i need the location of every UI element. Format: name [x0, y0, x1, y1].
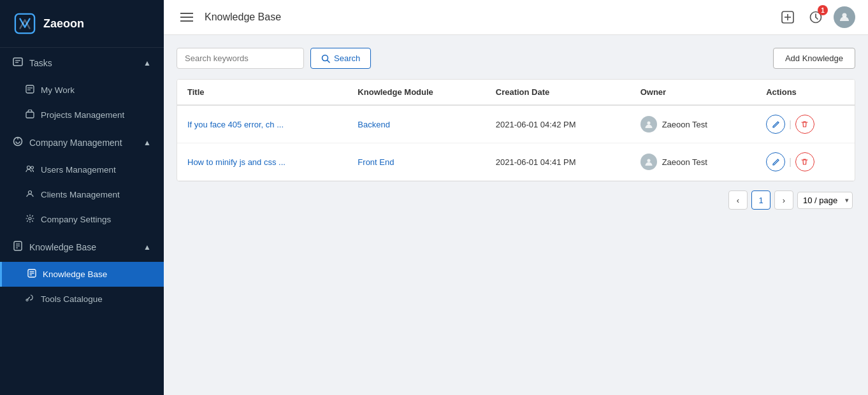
per-page-select[interactable]: 10 / page 20 / page 50 / page: [797, 192, 853, 209]
current-page-button[interactable]: 1: [751, 190, 770, 210]
row-module-1: Front End: [347, 143, 485, 181]
company-settings-label: Company Settings: [41, 215, 111, 224]
company-icon: [13, 136, 23, 148]
owner-avatar-0: [640, 116, 657, 133]
settings-icon: [25, 214, 34, 225]
kb-chevron: ▲: [143, 243, 151, 252]
table-row: How to minify js and css ... Front End 2…: [177, 143, 855, 181]
sidebar: Zaeoon Tasks ▲ My Work Projects Manageme…: [0, 0, 164, 395]
user-avatar[interactable]: [834, 6, 855, 28]
sidebar-item-clients-management[interactable]: Clients Management: [0, 182, 164, 207]
svg-point-22: [26, 299, 28, 301]
knowledge-table: Title Knowledge Module Creation Date Own…: [177, 79, 855, 182]
delete-button-0[interactable]: [795, 115, 814, 134]
knowledge-base-section: Knowledge Base ▲ Knowledge Base Tools Ca…: [0, 232, 164, 312]
tasks-section-header[interactable]: Tasks ▲: [0, 48, 164, 78]
notifications-button[interactable]: 1: [806, 7, 826, 27]
table-header-row: Title Knowledge Module Creation Date Own…: [177, 80, 855, 105]
col-owner: Owner: [630, 80, 756, 105]
row-module-0: Backend: [347, 105, 485, 143]
clients-icon: [25, 189, 34, 200]
edit-button-1[interactable]: [766, 152, 785, 171]
content-area: Search Add Knowledge Title Knowledge Mod…: [164, 35, 868, 395]
action-separator-0: |: [789, 119, 792, 129]
svg-line-34: [328, 60, 330, 62]
search-input[interactable]: [177, 48, 304, 69]
search-button[interactable]: Search: [310, 48, 371, 69]
svg-point-11: [31, 166, 34, 169]
svg-point-10: [27, 166, 31, 169]
row-actions-0: |: [756, 105, 855, 143]
row-title-0[interactable]: If you face 405 error, ch ...: [187, 120, 284, 129]
svg-rect-0: [15, 14, 34, 33]
my-work-label: My Work: [41, 85, 75, 95]
svg-line-31: [816, 17, 818, 19]
sidebar-item-knowledge-base[interactable]: Knowledge Base: [0, 262, 164, 287]
kb-icon: [27, 269, 36, 280]
next-page-button[interactable]: ›: [774, 190, 793, 210]
main-content: Knowledge Base 1 Search Add Knowl: [164, 0, 868, 395]
company-management-header[interactable]: Company Management ▲: [0, 127, 164, 157]
users-icon: [25, 164, 34, 175]
row-date-1: 2021-06-01 04:41 PM: [486, 143, 630, 181]
col-date: Creation Date: [486, 80, 630, 105]
projects-icon: [25, 110, 34, 120]
row-date-0: 2021-06-01 04:42 PM: [486, 105, 630, 143]
per-page-wrapper: 10 / page 20 / page 50 / page: [797, 192, 853, 209]
row-title-1[interactable]: How to minify js and css ...: [187, 157, 286, 167]
prev-page-button[interactable]: ‹: [728, 190, 748, 210]
svg-point-36: [647, 159, 650, 162]
tasks-section: Tasks ▲ My Work Projects Management: [0, 48, 164, 127]
tasks-section-label: Tasks: [29, 58, 52, 68]
row-owner-0: Zaeoon Test: [630, 105, 756, 143]
knowledge-base-label: Knowledge Base: [43, 269, 107, 279]
svg-rect-7: [26, 112, 34, 118]
add-knowledge-button[interactable]: Add Knowledge: [773, 48, 855, 69]
company-management-section: Company Management ▲ Users Management Cl…: [0, 127, 164, 232]
clients-management-label: Clients Management: [41, 190, 120, 199]
svg-rect-1: [13, 58, 22, 66]
sidebar-item-my-work[interactable]: My Work: [0, 78, 164, 103]
tasks-icon: [13, 57, 23, 69]
search-row: Search Add Knowledge: [177, 48, 855, 69]
svg-point-13: [29, 217, 31, 220]
projects-management-label: Projects Management: [41, 110, 124, 120]
sidebar-logo[interactable]: Zaeoon: [0, 0, 164, 48]
sidebar-item-company-settings[interactable]: Company Settings: [0, 207, 164, 232]
menu-toggle-button[interactable]: [177, 7, 197, 27]
row-actions-1: |: [756, 143, 855, 181]
knowledge-base-section-label: Knowledge Base: [29, 242, 96, 252]
tools-catalogue-label: Tools Catalogue: [41, 294, 103, 304]
svg-point-12: [29, 191, 32, 194]
delete-button-1[interactable]: [795, 152, 814, 171]
action-separator-1: |: [789, 157, 792, 167]
app-name: Zaeoon: [43, 17, 84, 31]
sidebar-item-projects-management[interactable]: Projects Management: [0, 103, 164, 127]
topbar: Knowledge Base 1: [164, 0, 868, 35]
knowledge-base-section-header[interactable]: Knowledge Base ▲: [0, 232, 164, 262]
edit-button-0[interactable]: [766, 115, 785, 134]
kb-section-icon: [13, 241, 23, 253]
tools-icon: [25, 294, 34, 305]
pagination-row: ‹ 1 › 10 / page 20 / page 50 / page: [177, 182, 855, 212]
search-btn-label: Search: [334, 54, 360, 63]
sidebar-item-tools-catalogue[interactable]: Tools Catalogue: [0, 287, 164, 312]
users-management-label: Users Management: [41, 165, 116, 175]
svg-rect-4: [26, 85, 34, 93]
company-management-label: Company Management: [29, 138, 122, 148]
topbar-title: Knowledge Base: [205, 11, 770, 23]
col-module: Knowledge Module: [347, 80, 485, 105]
add-knowledge-label: Add Knowledge: [785, 54, 843, 63]
add-button[interactable]: [778, 7, 798, 27]
notification-badge: 1: [818, 5, 828, 15]
col-actions: Actions: [756, 80, 855, 105]
col-title: Title: [177, 80, 347, 105]
company-chevron: ▲: [143, 138, 151, 147]
logo-icon: [13, 11, 37, 36]
tasks-chevron: ▲: [143, 59, 151, 68]
mywork-icon: [25, 85, 34, 96]
svg-point-35: [647, 122, 650, 125]
sidebar-item-users-management[interactable]: Users Management: [0, 157, 164, 182]
row-owner-1: Zaeoon Test: [630, 143, 756, 181]
owner-avatar-1: [640, 154, 657, 170]
